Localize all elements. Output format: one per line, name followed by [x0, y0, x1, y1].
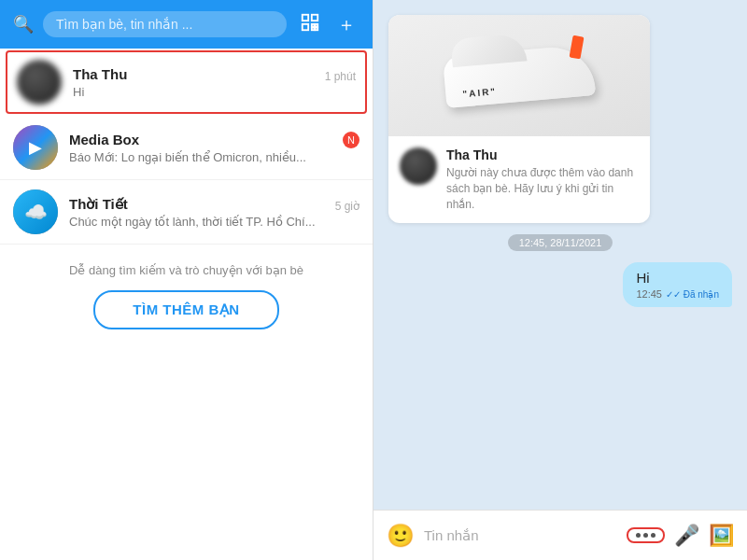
avatar-thoi-tiet: ☁️: [13, 189, 58, 234]
svg-rect-4: [316, 23, 318, 26]
chat-item-media-box[interactable]: Media Box N Báo Mới: Lo ngại biến thể Om…: [0, 116, 373, 180]
contact-card-image: "AIR": [388, 15, 650, 136]
chat-time-tha-thu: 1 phút: [325, 70, 356, 83]
message-text: Hi: [636, 270, 719, 286]
message-bubble: Hi 12:45 ✓✓ Đã nhận: [623, 262, 732, 307]
dot-2: [643, 533, 648, 538]
chat-preview-tha-thu: Hi: [73, 85, 356, 99]
svg-rect-3: [312, 23, 315, 26]
contact-card: "AIR" Tha Thu Người này chưa được thêm v…: [388, 15, 650, 223]
chat-preview-thoi-tiet: Chúc một ngày tốt lành, thời tiết TP. Hồ…: [69, 215, 359, 229]
search-bar: 🔍 ＋: [0, 0, 373, 49]
svg-rect-6: [316, 27, 318, 30]
chat-item-tha-thu[interactable]: Tha Thu 1 phút Hi: [6, 50, 367, 114]
contact-card-info: Tha Thu Người này chưa được thêm vào dan…: [446, 147, 639, 212]
message-meta: 12:45 ✓✓ Đã nhận: [636, 288, 719, 300]
find-friends-button[interactable]: TÌM THÊM BẠN: [93, 290, 278, 329]
contact-card-name: Tha Thu: [446, 147, 639, 162]
shoe-image: "AIR": [388, 15, 650, 136]
left-panel: 🔍 ＋ Tha Thu 1 phút Hi: [0, 0, 374, 560]
contact-card-avatar: [400, 147, 437, 185]
find-friends-text: Dễ dàng tìm kiếm và trò chuyện với bạn b…: [69, 263, 303, 277]
find-friends-section: Dễ dàng tìm kiếm và trò chuyện với bạn b…: [0, 245, 373, 348]
svg-rect-1: [312, 14, 317, 20]
chat-info-thoi-tiet: Thời Tiết 5 giờ Chúc một ngày tốt lành, …: [69, 196, 359, 229]
contact-card-body: Tha Thu Người này chưa được thêm vào dan…: [388, 136, 650, 223]
dot-3: [651, 533, 655, 538]
chat-name-media-box: Media Box: [69, 132, 139, 147]
chat-preview-media-box: Báo Mới: Lo ngại biến thể Omicron, nhiều…: [69, 150, 359, 164]
chat-info-tha-thu: Tha Thu 1 phút Hi: [73, 66, 356, 99]
search-icon: 🔍: [13, 14, 34, 35]
contact-card-description: Người này chưa được thêm vào danh sách b…: [446, 165, 639, 212]
mic-button[interactable]: 🎤: [674, 524, 699, 548]
svg-rect-0: [303, 14, 308, 20]
avatar-tha-thu: [17, 60, 62, 105]
qr-button[interactable]: [296, 10, 324, 39]
more-options-button[interactable]: [627, 527, 665, 543]
emoji-button[interactable]: 🙂: [387, 523, 415, 549]
avatar-media-box: [13, 125, 58, 170]
right-panel: "AIR" Tha Thu Người này chưa được thêm v…: [374, 0, 747, 560]
svg-rect-2: [303, 23, 308, 29]
chat-name-thoi-tiet: Thời Tiết: [69, 196, 128, 213]
timestamp-bubble: 12:45, 28/11/2021: [508, 234, 613, 251]
chat-name-tha-thu: Tha Thu: [73, 66, 127, 82]
message-input[interactable]: [424, 527, 617, 543]
chat-item-thoi-tiet[interactable]: ☁️ Thời Tiết 5 giờ Chúc một ngày tốt làn…: [0, 180, 373, 245]
chat-info-media-box: Media Box N Báo Mới: Lo ngại biến thể Om…: [69, 132, 359, 164]
chat-list: Tha Thu 1 phút Hi Media Box N Báo Mới: L…: [0, 49, 373, 560]
message-status: ✓✓ Đã nhận: [666, 289, 719, 300]
chat-time-thoi-tiet: 5 giờ: [335, 200, 359, 213]
chat-content: "AIR" Tha Thu Người này chưa được thêm v…: [374, 0, 747, 510]
image-button[interactable]: 🖼️: [709, 524, 734, 548]
search-input[interactable]: [43, 11, 287, 37]
new-badge: N: [343, 132, 359, 148]
add-contact-button[interactable]: ＋: [333, 10, 359, 39]
message-row: Hi 12:45 ✓✓ Đã nhận: [388, 262, 732, 307]
message-time: 12:45: [636, 288, 662, 300]
input-bar: 🙂 🎤 🖼️: [374, 510, 747, 560]
dot-1: [636, 533, 641, 538]
svg-rect-5: [312, 27, 315, 30]
